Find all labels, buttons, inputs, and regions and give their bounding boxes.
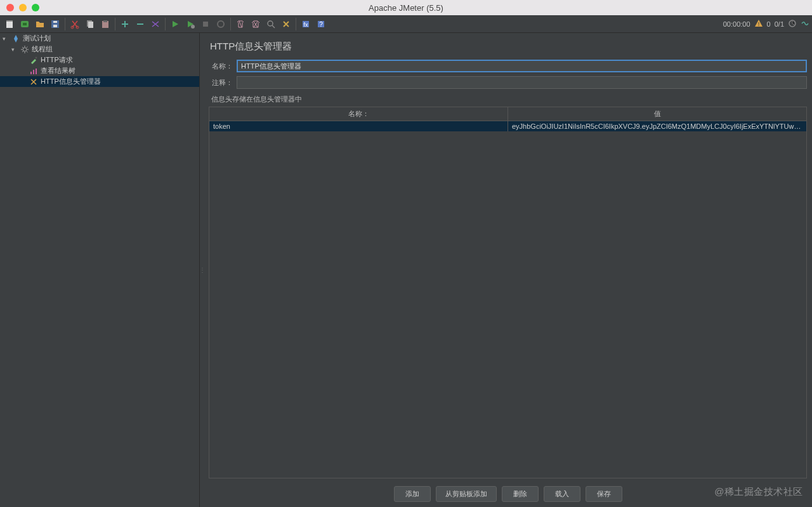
error-count: 0 bbox=[767, 20, 771, 28]
warning-icon[interactable]: ! bbox=[754, 19, 763, 29]
chart-icon bbox=[29, 66, 39, 76]
pipette-icon bbox=[29, 55, 39, 65]
delete-button[interactable]: 删除 bbox=[502, 486, 539, 502]
test-plan-icon bbox=[11, 34, 21, 44]
gear-icon bbox=[20, 44, 30, 55]
svg-rect-14 bbox=[203, 22, 208, 27]
tree-thread-group[interactable]: ▾ 线程组 bbox=[0, 44, 199, 55]
elapsed-time: 00:00:00 bbox=[723, 20, 750, 28]
storage-label: 信息头存储在信息头管理器中 bbox=[204, 91, 812, 105]
comment-field[interactable] bbox=[237, 76, 807, 89]
svg-rect-1 bbox=[6, 20, 13, 22]
templates-icon[interactable] bbox=[18, 17, 32, 31]
header-name-cell[interactable]: token bbox=[209, 121, 508, 131]
column-value[interactable]: 值 bbox=[508, 107, 806, 121]
shutdown-icon[interactable] bbox=[214, 17, 228, 31]
name-label: 名称： bbox=[209, 62, 233, 71]
paste-icon[interactable] bbox=[98, 17, 112, 31]
svg-point-13 bbox=[191, 25, 195, 29]
tree-root[interactable]: ▾ 测试计划 bbox=[0, 33, 199, 44]
svg-point-15 bbox=[218, 21, 224, 27]
expand-toggle-icon[interactable]: ▾ bbox=[11, 46, 18, 53]
table-row[interactable]: token eyJhbGciOiJIUzI1NiIsInR5cCI6IkpXVC… bbox=[209, 121, 806, 131]
save-button[interactable]: 保存 bbox=[586, 486, 622, 502]
svg-text:?: ? bbox=[319, 21, 323, 28]
new-file-icon[interactable] bbox=[3, 17, 16, 31]
close-window-button[interactable] bbox=[6, 4, 14, 11]
svg-rect-6 bbox=[53, 21, 57, 23]
help-icon[interactable]: ? bbox=[314, 17, 328, 31]
window-title: Apache JMeter (5.5) bbox=[369, 3, 443, 13]
add-button[interactable]: 添加 bbox=[394, 486, 431, 502]
svg-point-24 bbox=[36, 56, 37, 58]
load-button[interactable]: 载入 bbox=[544, 486, 580, 502]
threads-icon[interactable] bbox=[788, 19, 797, 29]
tree-http-request[interactable]: HTTP请求 bbox=[0, 55, 199, 65]
tree-header-manager[interactable]: HTTP信息头管理器 bbox=[0, 76, 199, 87]
button-row: 添加 从剪贴板添加 删除 载入 保存 bbox=[204, 481, 812, 507]
svg-point-23 bbox=[23, 48, 27, 51]
start-no-timers-icon[interactable] bbox=[183, 17, 197, 31]
open-file-icon[interactable] bbox=[33, 17, 47, 31]
cut-icon[interactable] bbox=[68, 17, 82, 31]
stop-icon[interactable] bbox=[199, 17, 213, 31]
start-icon[interactable] bbox=[168, 17, 182, 31]
svg-point-16 bbox=[268, 21, 273, 26]
svg-rect-10 bbox=[88, 22, 93, 28]
run-indicator-icon bbox=[801, 19, 809, 29]
svg-rect-5 bbox=[53, 25, 57, 27]
comment-label: 注释： bbox=[209, 78, 233, 88]
expand-toggle-icon[interactable]: ▾ bbox=[3, 36, 9, 42]
tree-results-tree[interactable]: 查看结果树 bbox=[0, 65, 199, 76]
svg-rect-25 bbox=[30, 72, 32, 74]
svg-rect-26 bbox=[33, 70, 34, 74]
tools-icon bbox=[29, 77, 39, 87]
search-icon[interactable] bbox=[264, 17, 278, 31]
column-name[interactable]: 名称： bbox=[209, 107, 508, 121]
save-icon[interactable] bbox=[48, 17, 62, 31]
clear-icon[interactable] bbox=[233, 17, 247, 31]
svg-rect-3 bbox=[23, 23, 27, 25]
function-helper-icon[interactable]: fx bbox=[299, 17, 313, 31]
svg-text:fx: fx bbox=[303, 22, 308, 28]
thread-count: 0/1 bbox=[775, 20, 784, 28]
toggle-icon[interactable] bbox=[148, 17, 162, 31]
reset-search-icon[interactable] bbox=[279, 17, 293, 31]
minimize-window-button[interactable] bbox=[19, 4, 27, 11]
toolbar: fx ? 00:00:00 ! 0 0/1 bbox=[0, 15, 812, 33]
headers-table: 名称： 值 token eyJhbGciOiJIUzI1NiIsInR5cCI6… bbox=[209, 107, 807, 478]
editor-panel: HTTP信息头管理器 名称： 注释： 信息头存储在信息头管理器中 名称： 值 t… bbox=[204, 33, 812, 507]
add-from-clipboard-button[interactable]: 从剪贴板添加 bbox=[436, 486, 497, 502]
name-field[interactable] bbox=[237, 60, 807, 72]
svg-rect-12 bbox=[103, 20, 107, 22]
panel-title: HTTP信息头管理器 bbox=[204, 33, 812, 58]
maximize-window-button[interactable] bbox=[32, 4, 39, 11]
collapse-icon[interactable] bbox=[133, 17, 147, 31]
clear-all-icon[interactable] bbox=[249, 17, 263, 31]
expand-icon[interactable] bbox=[118, 17, 132, 31]
svg-text:!: ! bbox=[757, 21, 759, 27]
window-titlebar: Apache JMeter (5.5) bbox=[0, 0, 812, 15]
copy-icon[interactable] bbox=[83, 17, 97, 31]
test-plan-tree: ▾ 测试计划 ▾ 线程组 HTTP请求 查看结果树 HTTP信息头管理器 bbox=[0, 33, 200, 507]
svg-rect-27 bbox=[36, 69, 37, 74]
header-value-cell[interactable]: eyJhbGciOiJIUzI1NiIsInR5cCI6IkpXVCJ9.eyJ… bbox=[508, 121, 806, 131]
